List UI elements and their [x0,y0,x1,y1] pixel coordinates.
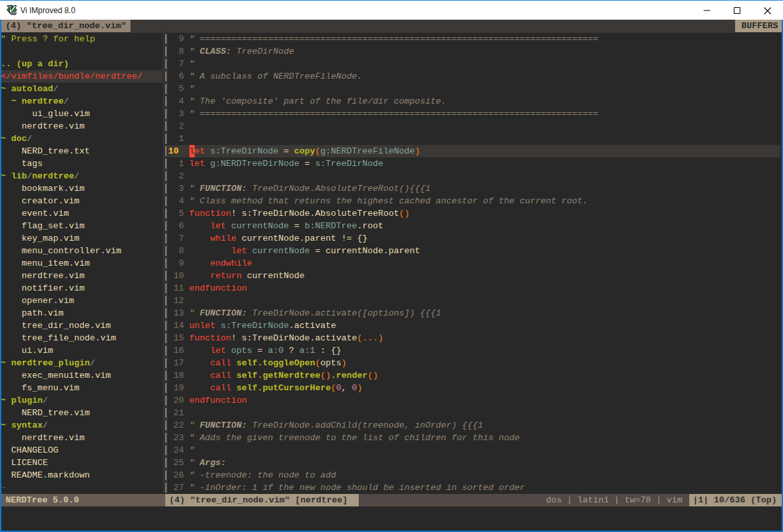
svg-text:im: im [11,10,16,15]
